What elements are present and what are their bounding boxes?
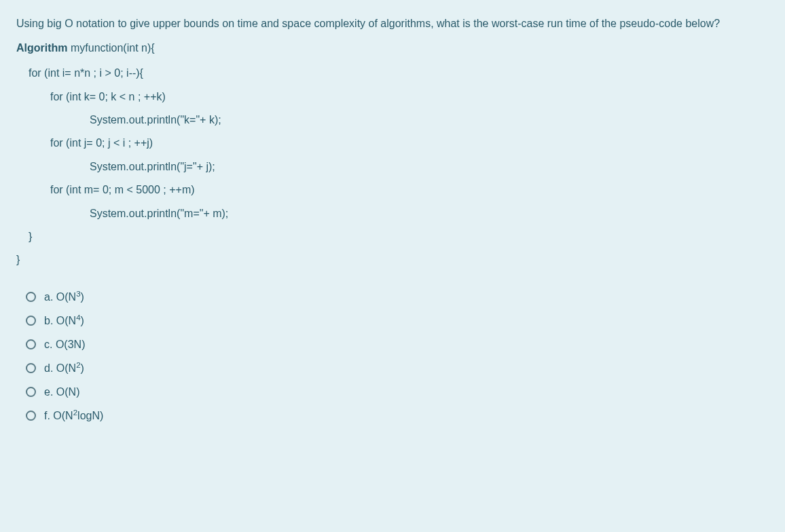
option-letter: a. <box>44 291 53 303</box>
code-line: System.out.println("k="+ k); <box>16 109 769 132</box>
option-text: O(N <box>56 362 76 374</box>
option-b-label: b. O(N4) <box>44 315 84 327</box>
option-b[interactable]: b. O(N4) <box>16 315 769 327</box>
option-text: O(3N) <box>56 339 86 350</box>
option-b-radio[interactable] <box>26 316 36 326</box>
algorithm-signature: myfunction(int n){ <box>68 42 155 54</box>
option-letter: e. <box>44 386 53 398</box>
code-line: System.out.println("j="+ j); <box>16 155 769 178</box>
option-f[interactable]: f. O(N2logN) <box>16 410 769 422</box>
code-line: for (int k= 0; k < n ; ++k) <box>16 86 769 109</box>
option-d-radio[interactable] <box>26 363 36 373</box>
algorithm-title: Algorithm myfunction(int n){ <box>16 39 769 57</box>
option-letter: c. <box>44 339 52 350</box>
code-line: for (int i= n*n ; i > 0; i--){ <box>16 62 769 85</box>
pseudocode-block: for (int i= n*n ; i > 0; i--){ for (int … <box>16 62 769 272</box>
option-f-label: f. O(N2logN) <box>44 410 103 422</box>
option-letter: d. <box>44 362 53 374</box>
option-f-radio[interactable] <box>26 411 36 421</box>
option-letter: b. <box>44 315 53 326</box>
code-line: for (int j= 0; j < i ; ++j) <box>16 132 769 155</box>
code-line: for (int m= 0; m < 5000 ; ++m) <box>16 178 769 202</box>
code-line-close: } <box>16 225 769 248</box>
option-c[interactable]: c. O(3N) <box>16 339 769 351</box>
option-d-label: d. O(N2) <box>44 362 84 375</box>
option-text: O(N <box>53 410 73 421</box>
option-a-label: a. O(N3) <box>44 291 84 303</box>
question-panel: Using big O notation to give upper bound… <box>0 0 785 532</box>
option-text: O(N) <box>56 386 80 398</box>
option-letter: f. <box>44 410 50 421</box>
option-a-radio[interactable] <box>26 292 36 302</box>
code-line: System.out.println("m="+ m); <box>16 202 769 225</box>
option-tail: ) <box>81 315 84 326</box>
option-e-label: e. O(N) <box>44 386 79 398</box>
option-e[interactable]: e. O(N) <box>16 386 769 398</box>
option-tail: ) <box>81 291 84 303</box>
option-c-radio[interactable] <box>26 339 36 349</box>
option-d[interactable]: d. O(N2) <box>16 362 769 375</box>
code-line-close: } <box>16 248 769 271</box>
option-c-label: c. O(3N) <box>44 339 85 351</box>
option-tail: logN) <box>77 410 103 421</box>
option-text: O(N <box>56 315 76 326</box>
algorithm-keyword: Algorithm <box>16 42 68 54</box>
option-tail: ) <box>81 362 84 374</box>
answer-options: a. O(N3) b. O(N4) c. O(3N) d. O(N2) <box>16 291 769 422</box>
option-a[interactable]: a. O(N3) <box>16 291 769 303</box>
option-e-radio[interactable] <box>26 387 36 397</box>
question-text: Using big O notation to give upper bound… <box>16 15 769 33</box>
option-text: O(N <box>56 291 76 303</box>
